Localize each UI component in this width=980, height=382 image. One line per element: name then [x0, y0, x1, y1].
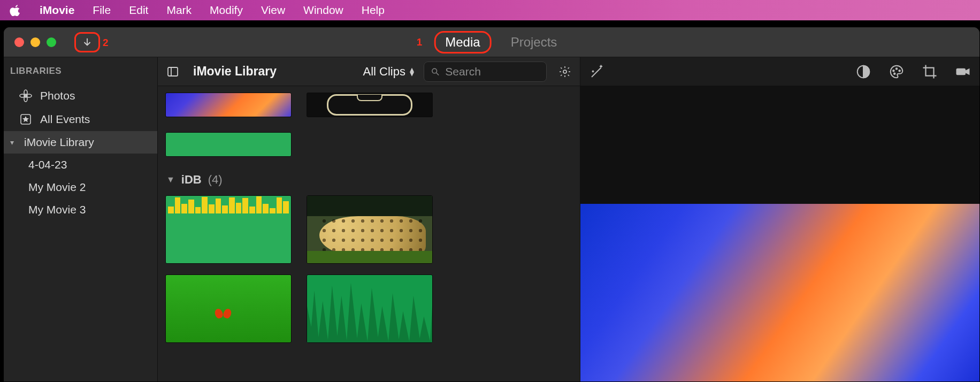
window-zoom-button[interactable]	[47, 37, 56, 47]
sidebar-event-label: My Movie 2	[28, 181, 86, 194]
import-media-button[interactable]: 2	[74, 32, 100, 52]
viewer-body[interactable]	[580, 86, 979, 381]
clip-thumbnail[interactable]	[165, 274, 292, 343]
audio-waveform-icon	[166, 196, 291, 213]
sidebar-item-label: All Events	[40, 113, 90, 126]
palette-icon[interactable]	[887, 63, 906, 81]
media-browser: iMovie Library All Clips ▴▾	[158, 57, 580, 381]
browser-toolbar: iMovie Library All Clips ▴▾	[158, 57, 580, 86]
top-tab-switcher: 1 Media Projects	[417, 31, 567, 54]
chevron-down-icon: ▾	[7, 138, 17, 147]
contrast-icon[interactable]	[854, 63, 872, 81]
menubar-item-mark[interactable]: Mark	[166, 4, 192, 17]
clips-row-group-2	[162, 273, 576, 353]
sidebar-library-label: iMovie Library	[24, 136, 94, 149]
event-group-name: iDB	[181, 173, 202, 187]
svg-point-12	[893, 70, 894, 71]
clip-filter-label: All Clips	[363, 65, 405, 79]
sidebar-item-label: Photos	[40, 89, 75, 102]
sidebar-event[interactable]: My Movie 3	[4, 198, 157, 221]
menubar-item-file[interactable]: File	[93, 4, 111, 17]
window-minimize-button[interactable]	[30, 37, 40, 47]
sidebar-event-label: 4-04-23	[28, 158, 67, 171]
apple-menu-icon[interactable]	[10, 4, 21, 16]
imovie-window: 2 1 Media Projects LIBRARIES Photos	[3, 27, 980, 382]
menubar-item-modify[interactable]: Modify	[210, 4, 243, 17]
svg-line-9	[437, 73, 439, 75]
magic-wand-icon[interactable]	[588, 63, 606, 81]
svg-rect-16	[956, 68, 966, 75]
svg-point-14	[899, 70, 900, 71]
annotation-label-1: 1	[417, 36, 423, 48]
preview-frame	[580, 204, 979, 381]
butterfly-icon	[216, 309, 230, 320]
sidebar-heading: LIBRARIES	[4, 57, 157, 84]
sidebar-item-photos[interactable]: Photos	[4, 84, 157, 108]
search-input[interactable]	[445, 65, 540, 78]
clip-thumbnail[interactable]	[165, 93, 292, 117]
sidebar-toggle-icon[interactable]	[164, 63, 181, 80]
annotation-label-2: 2	[103, 37, 109, 49]
clip-thumbnail[interactable]	[307, 274, 433, 343]
gear-icon[interactable]	[556, 63, 573, 80]
window-titlebar: 2 1 Media Projects	[4, 27, 979, 57]
main-content: LIBRARIES Photos All Events ▾ iMovi	[4, 57, 979, 381]
video-camera-icon[interactable]	[954, 63, 972, 81]
updown-chevron-icon: ▴▾	[410, 67, 414, 76]
clips-row-top	[162, 91, 576, 166]
svg-point-8	[432, 68, 437, 73]
svg-point-10	[563, 70, 566, 73]
macos-menubar: iMovie File Edit Mark Modify View Window…	[0, 0, 980, 20]
window-traffic-lights	[14, 37, 56, 47]
svg-rect-6	[168, 67, 178, 76]
tab-media[interactable]: Media	[434, 31, 491, 54]
disclosure-triangle-icon: ▼	[166, 175, 175, 185]
sidebar-item-all-events[interactable]: All Events	[4, 108, 157, 131]
menubar-app-name[interactable]: iMovie	[40, 4, 74, 17]
clip-thumbnail[interactable]	[307, 195, 433, 264]
libraries-sidebar: LIBRARIES Photos All Events ▾ iMovi	[4, 57, 158, 381]
menubar-item-window[interactable]: Window	[303, 4, 343, 17]
menubar-item-edit[interactable]: Edit	[129, 4, 148, 17]
event-group-header[interactable]: ▼ iDB (4)	[162, 166, 576, 194]
search-icon	[431, 66, 440, 77]
sidebar-event-label: My Movie 3	[28, 203, 86, 216]
browser-title: iMovie Library	[193, 64, 277, 79]
svg-point-15	[894, 73, 895, 74]
clips-row-group	[162, 194, 576, 273]
clip-filter-select[interactable]: All Clips ▴▾	[363, 65, 414, 79]
sidebar-library-header[interactable]: ▾ iMovie Library	[4, 131, 157, 154]
viewer-panel	[580, 57, 979, 381]
svg-point-13	[896, 68, 898, 70]
clip-thumbnail[interactable]	[165, 132, 292, 157]
tab-projects[interactable]: Projects	[501, 33, 567, 52]
menubar-item-view[interactable]: View	[261, 4, 285, 17]
crop-icon[interactable]	[921, 63, 939, 81]
viewer-toolbar	[580, 57, 979, 86]
search-field[interactable]	[424, 62, 547, 82]
clip-thumbnail[interactable]	[165, 195, 292, 264]
sidebar-event[interactable]: 4-04-23	[4, 154, 157, 176]
photos-app-icon	[19, 89, 33, 103]
window-close-button[interactable]	[14, 37, 24, 47]
menubar-item-help[interactable]: Help	[362, 4, 385, 17]
sidebar-event[interactable]: My Movie 2	[4, 176, 157, 198]
browser-body: ▼ iDB (4)	[158, 86, 580, 358]
clip-thumbnail[interactable]	[307, 93, 433, 117]
event-group-count: (4)	[208, 173, 223, 187]
star-box-icon	[19, 112, 33, 126]
